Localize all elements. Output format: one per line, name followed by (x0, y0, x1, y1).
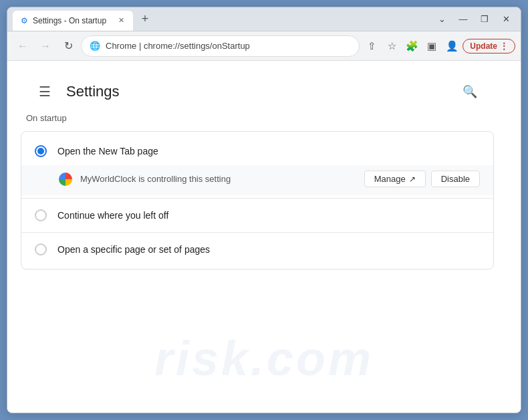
tab-favicon: ⚙ (19, 16, 29, 25)
title-bar: ⚙ Settings - On startup ✕ + ⌄ — ❐ ✕ (7, 7, 521, 31)
option-continue[interactable]: Continue where you left off (21, 201, 493, 229)
update-menu-icon: ⋮ (500, 41, 508, 51)
option-specific-page-label: Open a specific page or set of pages (57, 244, 210, 255)
settings-title: Settings (66, 83, 120, 100)
reload-button[interactable]: ↻ (58, 36, 78, 56)
startup-card: Open the New Tab page MyWorldClock is co… (21, 131, 494, 270)
divider-1 (21, 198, 493, 199)
option-new-tab[interactable]: Open the New Tab page (21, 137, 493, 165)
close-window-button[interactable]: ✕ (497, 10, 515, 29)
profile-button[interactable]: 👤 (442, 37, 461, 56)
back-button[interactable]: ← (13, 36, 33, 56)
manage-external-icon: ↗ (409, 175, 416, 184)
new-tab-button[interactable]: + (136, 10, 154, 29)
toolbar: ← → ↻ 🌐 Chrome | chrome://settings/onSta… (7, 31, 521, 61)
startup-section: On startup Open the New Tab page MyWorld… (21, 113, 494, 270)
settings-layout: ☰ Settings 🔍 On startup Open the New Tab… (7, 61, 521, 413)
tab-close-button[interactable]: ✕ (116, 15, 126, 26)
option-new-tab-label: Open the New Tab page (57, 146, 158, 156)
address-text: Chrome | chrome://settings/onStartup (106, 41, 250, 51)
maximize-button[interactable]: ❐ (475, 10, 494, 29)
collapse-button[interactable]: ⌄ (432, 10, 451, 29)
active-tab[interactable]: ⚙ Settings - On startup ✕ (13, 11, 133, 31)
address-bar[interactable]: 🌐 Chrome | chrome://settings/onStartup (81, 35, 360, 57)
radio-new-tab[interactable] (35, 145, 47, 157)
tab-title: Settings - On startup (33, 16, 106, 25)
option-continue-label: Continue where you left off (57, 210, 168, 221)
url-text: chrome://settings/onStartup (144, 41, 250, 51)
extensions-button[interactable]: 🧩 (402, 37, 421, 56)
manage-button[interactable]: Manage ↗ (364, 171, 426, 187)
toolbar-actions: ⇧ ☆ 🧩 ▣ 👤 Update ⋮ (362, 37, 515, 56)
browser-window: ⚙ Settings - On startup ✕ + ⌄ — ❐ ✕ ← → … (7, 7, 521, 413)
radio-specific-page[interactable] (35, 243, 47, 255)
disable-button[interactable]: Disable (431, 171, 480, 187)
manage-label: Manage (374, 174, 406, 184)
sidebar-button[interactable]: ▣ (422, 37, 441, 56)
update-label: Update (470, 41, 497, 51)
site-name: Chrome (106, 41, 136, 51)
minimize-button[interactable]: — (454, 10, 473, 29)
menu-icon[interactable]: ☰ (34, 81, 55, 102)
radio-continue[interactable] (35, 209, 47, 221)
settings-header: ☰ Settings 🔍 (21, 74, 494, 113)
forward-button[interactable]: → (35, 36, 55, 56)
bookmark-button[interactable]: ☆ (382, 37, 401, 56)
extension-description: MyWorldClock is controlling this setting (80, 174, 356, 184)
extension-actions: Manage ↗ Disable (364, 171, 480, 187)
page-content: ☰ Settings 🔍 On startup Open the New Tab… (7, 61, 521, 413)
settings-main: ☰ Settings 🔍 On startup Open the New Tab… (7, 61, 521, 413)
update-button[interactable]: Update ⋮ (463, 39, 515, 54)
disable-label: Disable (441, 174, 470, 184)
extension-row: MyWorldClock is controlling this setting… (21, 165, 493, 195)
option-specific-page[interactable]: Open a specific page or set of pages (21, 235, 493, 264)
divider-2 (21, 232, 493, 233)
section-label: On startup (21, 113, 494, 123)
settings-search-button[interactable]: 🔍 (459, 81, 481, 102)
site-icon: 🌐 (90, 41, 100, 51)
share-button[interactable]: ⇧ (362, 37, 381, 56)
extension-icon (59, 173, 72, 186)
window-controls: ⌄ — ❐ ✕ (432, 10, 515, 29)
